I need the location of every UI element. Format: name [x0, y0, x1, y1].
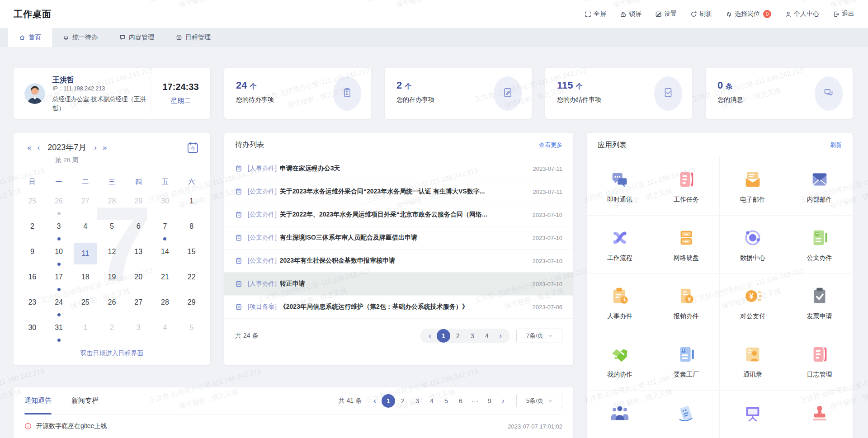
calendar-day[interactable]: 5	[178, 319, 205, 344]
app-item-我的协作[interactable]: 我的协作	[587, 332, 653, 391]
todo-item[interactable]: [项目备案]《2023年局信息系统运行维护（第2包：基础办公系统技术服务）》20…	[224, 296, 573, 319]
stat-card-3[interactable]: 0条您的消息	[706, 68, 853, 119]
today-icon[interactable]: 今	[186, 141, 199, 156]
calendar-day[interactable]: 1	[178, 192, 205, 217]
page-size-select[interactable]: 7条/页	[516, 329, 562, 343]
next-page-button[interactable]: ›	[497, 396, 509, 405]
header-fullscreen-button[interactable]: 全屏	[585, 10, 606, 18]
todo-item[interactable]: [人事办件]申请在家远程办公3天2023-07-11	[224, 157, 573, 180]
prev-month-button[interactable]: ‹	[37, 144, 40, 151]
notices-tab-1[interactable]: 新闻专栏	[71, 387, 99, 414]
calendar-day[interactable]: 27	[72, 192, 99, 217]
calendar-day[interactable]: 20	[125, 268, 152, 293]
next-month-button[interactable]: ›	[94, 144, 97, 151]
app-item-工作流程[interactable]: 工作流程	[587, 216, 653, 274]
tab-schedule[interactable]: 日程管理	[165, 28, 222, 47]
calendar-day[interactable]: 4	[72, 217, 99, 243]
calendar-day[interactable]: 29	[178, 293, 205, 319]
calendar-day[interactable]: 9	[19, 243, 46, 268]
todo-item[interactable]: [人事办件]转正申请2023-07-10	[224, 273, 573, 296]
stat-card-0[interactable]: 24个您的待办事项	[224, 68, 371, 119]
calendar-day[interactable]: 12	[99, 243, 125, 268]
stat-card-2[interactable]: 115个您的办结件事项	[545, 68, 692, 119]
calendar-day[interactable]: 31	[46, 319, 72, 344]
notices-tab-0[interactable]: 通知通告	[24, 387, 52, 414]
todo-item[interactable]: [公文办件]关于2023年水务运维外采合同“2023年水务局统一认证 有生博大V…	[224, 180, 573, 203]
app-item-网络硬盘[interactable]: 网络硬盘	[653, 216, 720, 274]
avatar[interactable]	[24, 83, 45, 104]
calendar-day[interactable]: 10	[46, 243, 72, 268]
calendar-day-selected[interactable]: 11	[72, 243, 99, 268]
page-button[interactable]: 3	[410, 394, 424, 408]
refresh-apps-link[interactable]: 刷新	[830, 141, 842, 149]
header-refresh-button[interactable]: 刷新	[690, 10, 712, 18]
todo-item[interactable]: [公文办件]2023年有生社保公积金基数申报审核申请2023-07-10	[224, 250, 573, 273]
page-size-select[interactable]: 5条/页	[516, 394, 562, 408]
page-button[interactable]: 4	[425, 394, 439, 408]
calendar-day[interactable]: 15	[178, 243, 205, 268]
app-item-对公支付[interactable]: ¥对公支付	[720, 274, 786, 332]
header-logout-button[interactable]: 退出	[833, 10, 854, 18]
app-item-日志管理[interactable]: 日志管理	[786, 332, 853, 391]
app-item-通讯录[interactable]: 通讯录	[720, 332, 786, 391]
page-button[interactable]: 9	[483, 394, 496, 408]
calendar-day[interactable]: 30	[152, 192, 179, 217]
calendar-day[interactable]: 28	[152, 293, 179, 319]
calendar-day[interactable]: 2	[19, 217, 46, 243]
calendar-day[interactable]: 25	[72, 293, 99, 319]
app-item-数据中心[interactable]: 数据中心	[720, 216, 786, 274]
calendar-day[interactable]: 28	[99, 192, 125, 217]
prev-page-button[interactable]: ‹	[424, 331, 436, 340]
page-button[interactable]: 5	[439, 394, 453, 408]
calendar-day[interactable]: 13	[125, 243, 152, 268]
todo-item[interactable]: [公文办件]关于2022年、2023年水务局运维项目外采“北京市政务云服务合同（…	[224, 203, 573, 226]
calendar-day[interactable]: 27	[125, 293, 152, 319]
calendar-day[interactable]: 14	[152, 243, 179, 268]
page-button[interactable]: 3	[466, 329, 479, 343]
app-item[interactable]	[653, 391, 720, 438]
view-more-link[interactable]: 查看更多	[539, 141, 562, 149]
app-item-即时通讯[interactable]: 即时通讯	[587, 157, 653, 216]
app-item[interactable]	[720, 391, 786, 438]
calendar-day[interactable]: 26	[99, 293, 125, 319]
tab-content[interactable]: 内容管理	[108, 28, 165, 47]
notice-list-item[interactable]: 开源数字底座在gitee上线 2023-07-07 17:01:02	[24, 422, 562, 430]
stat-card-1[interactable]: 2个您的在办事项	[385, 68, 532, 119]
calendar-day[interactable]: 7	[152, 217, 179, 243]
todo-item[interactable]: [公文办件]有生深境ISO三体系年审人员配合及牌匾借出申请2023-07-10	[224, 226, 573, 250]
tab-home[interactable]: 首页	[8, 28, 52, 47]
calendar-day[interactable]: 24	[46, 293, 72, 319]
calendar-day[interactable]: 30	[19, 319, 46, 344]
app-item[interactable]	[587, 391, 653, 438]
calendar-day[interactable]: 18	[72, 268, 99, 293]
page-button[interactable]: 2	[396, 394, 410, 408]
app-item-报销办件[interactable]: ¥报销办件	[653, 274, 720, 332]
calendar-day[interactable]: 25	[19, 192, 46, 217]
calendar-day[interactable]: 26	[46, 192, 72, 217]
next-page-button[interactable]: ›	[495, 331, 506, 340]
calendar-day[interactable]: 1	[72, 319, 99, 344]
calendar-day[interactable]: 22	[178, 268, 205, 293]
calendar-footer-link[interactable]: 双击日期进入日程界面	[14, 349, 210, 358]
page-button[interactable]: 1	[382, 394, 395, 408]
page-button[interactable]: 6	[454, 394, 467, 408]
calendar-day[interactable]: 2	[99, 319, 125, 344]
next-year-button[interactable]: »	[103, 144, 107, 151]
calendar-day[interactable]: 6	[125, 217, 152, 243]
page-button[interactable]: 1	[437, 329, 450, 343]
calendar-day[interactable]: 17	[46, 268, 72, 293]
calendar-day[interactable]: 8	[178, 217, 205, 243]
page-button[interactable]: 2	[451, 329, 465, 343]
app-item-人事办件[interactable]: 人事办件	[587, 274, 653, 332]
app-item-公文办件[interactable]: 公文办件	[786, 216, 853, 274]
app-item-要素工厂[interactable]: 要素工厂	[653, 332, 720, 391]
header-select-post-button[interactable]: 选择岗位0	[726, 10, 771, 18]
calendar-day[interactable]: 19	[99, 268, 125, 293]
calendar-day[interactable]: 3	[46, 217, 72, 243]
calendar-day[interactable]: 29	[125, 192, 152, 217]
header-profile-button[interactable]: 个人中心	[785, 10, 819, 18]
calendar-day[interactable]: 23	[19, 293, 46, 319]
tab-todo[interactable]: 统一待办	[52, 28, 108, 47]
prev-year-button[interactable]: «	[27, 144, 31, 151]
calendar-day[interactable]: 16	[19, 268, 46, 293]
